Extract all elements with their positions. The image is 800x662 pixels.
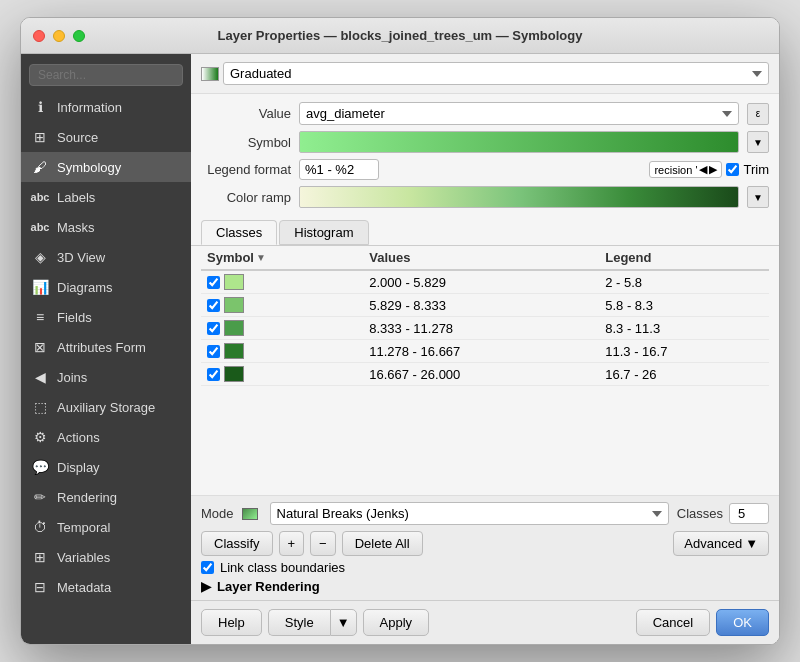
sidebar-label-rendering: Rendering [57,490,117,505]
mode-icon [242,508,258,520]
minimize-button[interactable] [53,30,65,42]
sidebar-item-fields[interactable]: ≡ Fields [21,302,191,332]
sidebar-label-labels: Labels [57,190,95,205]
col-legend[interactable]: Legend [599,246,769,270]
link-class-checkbox[interactable] [201,561,214,574]
precision-right-btn[interactable]: ▶ [709,163,717,176]
close-button[interactable] [33,30,45,42]
row-checkbox-1[interactable] [207,299,220,312]
trim-label: Trim [743,162,769,177]
search-input[interactable] [29,64,183,86]
mode-select[interactable]: Natural Breaks (Jenks) [270,502,669,525]
apply-button[interactable]: Apply [363,609,430,636]
sidebar-item-source[interactable]: ⊞ Source [21,122,191,152]
col-values[interactable]: Values [363,246,599,270]
trim-checkbox[interactable] [726,163,739,176]
sidebar-item-actions[interactable]: ⚙ Actions [21,422,191,452]
symbol-edit-btn[interactable]: ▼ [747,131,769,153]
table-row: 16.667 - 26.000 16.7 - 26 [201,363,769,386]
ok-button[interactable]: OK [716,609,769,636]
help-button[interactable]: Help [201,609,262,636]
table-row: 11.278 - 16.667 11.3 - 16.7 [201,340,769,363]
row-legend-0: 2 - 5.8 [599,270,769,294]
delete-class-button[interactable]: − [310,531,336,556]
row-legend-3: 11.3 - 16.7 [599,340,769,363]
table-area: Symbol ▼ Values Legend [191,246,779,495]
sidebar-label-auxiliary-storage: Auxiliary Storage [57,400,155,415]
sidebar-item-symbology[interactable]: 🖌 Symbology [21,152,191,182]
row-checkbox-0[interactable] [207,276,220,289]
classify-row: Classify + − Delete All Advanced ▼ [201,531,769,556]
sidebar-item-information[interactable]: ℹ Information [21,92,191,122]
value-expression-btn[interactable]: ε [747,103,769,125]
sidebar-label-metadata: Metadata [57,580,111,595]
sidebar-label-variables: Variables [57,550,110,565]
legend-right: recision ' ◀ ▶ Trim [649,161,769,178]
renderer-row: Graduated [201,62,769,85]
classes-label: Classes [677,506,723,521]
color-ramp-bar[interactable] [299,186,739,208]
add-class-button[interactable]: + [279,531,305,556]
row-color-swatch-3[interactable] [224,343,244,359]
sidebar-item-variables[interactable]: ⊞ Variables [21,542,191,572]
sidebar-item-diagrams[interactable]: 📊 Diagrams [21,272,191,302]
maximize-button[interactable] [73,30,85,42]
rendering-icon: ✏ [31,488,49,506]
sidebar-item-auxiliary-storage[interactable]: ⬚ Auxiliary Storage [21,392,191,422]
advanced-chevron-icon: ▼ [745,536,758,551]
style-button[interactable]: Style [268,609,330,636]
tab-histogram[interactable]: Histogram [279,220,368,245]
window-controls [33,30,85,42]
masks-icon: abc [31,218,49,236]
style-split-btn: Style ▼ [268,609,357,636]
sidebar-item-display[interactable]: 💬 Display [21,452,191,482]
classes-table: Symbol ▼ Values Legend [201,246,769,386]
row-checkbox-4[interactable] [207,368,220,381]
sidebar-item-attributes-form[interactable]: ⊠ Attributes Form [21,332,191,362]
footer-bar: Help Style ▼ Apply Cancel OK [191,600,779,644]
color-ramp-row: Color ramp ▼ [201,186,769,208]
sidebar-item-labels[interactable]: abc Labels [21,182,191,212]
classes-spinbox[interactable] [729,503,769,524]
sidebar-item-rendering[interactable]: ✏ Rendering [21,482,191,512]
classify-button[interactable]: Classify [201,531,273,556]
sidebar-label-3dview: 3D View [57,250,105,265]
legend-format-label: Legend format [201,162,291,177]
legend-format-input[interactable] [299,159,379,180]
sidebar-item-masks[interactable]: abc Masks [21,212,191,242]
value-select[interactable]: avg_diameter [299,102,739,125]
advanced-button[interactable]: Advanced ▼ [673,531,769,556]
renderer-select[interactable]: Graduated [223,62,769,85]
sidebar-item-metadata[interactable]: ⊟ Metadata [21,572,191,602]
row-checkbox-2[interactable] [207,322,220,335]
color-ramp-edit-btn[interactable]: ▼ [747,186,769,208]
row-color-swatch-0[interactable] [224,274,244,290]
cancel-button[interactable]: Cancel [636,609,710,636]
symbol-bar[interactable] [299,131,739,153]
col-symbol[interactable]: Symbol ▼ [201,246,363,270]
bottom-bar: Mode Natural Breaks (Jenks) Classes Clas… [191,495,779,600]
table-row: 2.000 - 5.829 2 - 5.8 [201,270,769,294]
joins-icon: ◀ [31,368,49,386]
tab-classes[interactable]: Classes [201,220,277,245]
fields-icon: ≡ [31,308,49,326]
precision-box: recision ' ◀ ▶ [649,161,722,178]
layer-rendering-label: Layer Rendering [217,579,320,594]
style-dropdown-btn[interactable]: ▼ [330,609,357,636]
sidebar-item-joins[interactable]: ◀ Joins [21,362,191,392]
classes-row: Classes [677,503,769,524]
delete-all-button[interactable]: Delete All [342,531,423,556]
layer-rendering-row[interactable]: ▶ Layer Rendering [201,579,769,594]
precision-left-btn[interactable]: ◀ [699,163,707,176]
renderer-toolbar: Graduated [191,54,779,94]
sidebar-item-temporal[interactable]: ⏱ Temporal [21,512,191,542]
sidebar-item-3dview[interactable]: ◈ 3D View [21,242,191,272]
row-checkbox-3[interactable] [207,345,220,358]
window-title: Layer Properties — blocks_joined_trees_u… [218,28,583,43]
row-color-swatch-1[interactable] [224,297,244,313]
mode-label: Mode [201,506,234,521]
row-color-swatch-4[interactable] [224,366,244,382]
legend-format-row: Legend format recision ' ◀ ▶ Trim [201,159,769,180]
sidebar-label-attributes-form: Attributes Form [57,340,146,355]
row-color-swatch-2[interactable] [224,320,244,336]
